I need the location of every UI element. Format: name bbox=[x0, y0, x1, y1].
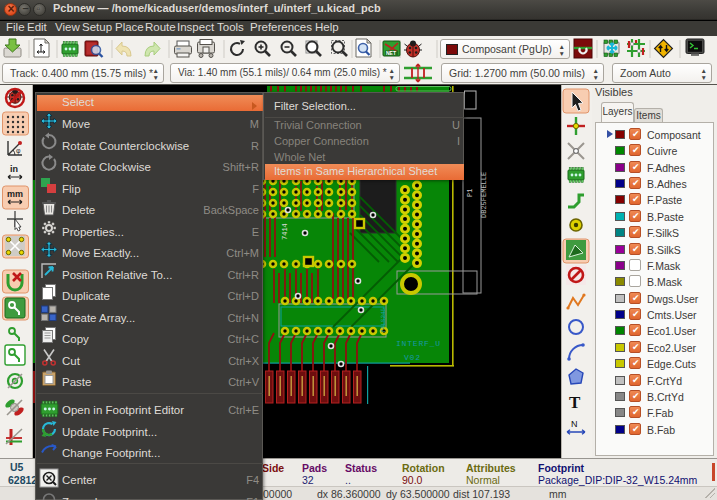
svg-text:T: T bbox=[569, 393, 581, 412]
svg-text:74LS245: 74LS245 bbox=[380, 307, 387, 333]
svg-text:in: in bbox=[10, 164, 18, 174]
svg-text:7414: 7414 bbox=[281, 223, 289, 240]
svg-text:NET: NET bbox=[386, 50, 396, 56]
svg-text:DB25FEMELLE: DB25FEMELLE bbox=[480, 172, 488, 218]
svg-text:mm: mm bbox=[7, 189, 23, 199]
svg-text:N: N bbox=[571, 419, 578, 429]
svg-text:INTERF_U: INTERF_U bbox=[396, 339, 441, 348]
svg-text:φ: φ bbox=[16, 147, 21, 155]
svg-text:P1: P1 bbox=[466, 189, 474, 197]
svg-text:V02: V02 bbox=[404, 353, 421, 362]
